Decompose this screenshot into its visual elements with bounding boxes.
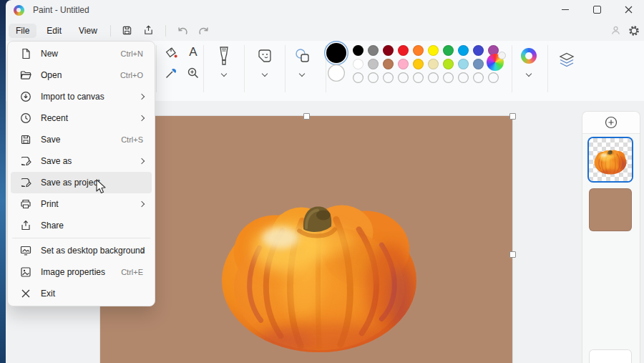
palette-empty-slot[interactable] [488,72,499,83]
brushes-chevron-down-icon[interactable] [221,71,227,77]
menu-edit[interactable]: Edit [39,24,69,38]
divider [512,45,512,92]
menu-item-new[interactable]: New Ctrl+N [11,43,152,64]
menu-item-label: Image properties [41,267,105,277]
share-button[interactable] [138,23,160,39]
save-button[interactable] [117,23,138,39]
palette-color[interactable] [473,59,484,69]
divider [156,45,157,92]
settings-gear-icon[interactable] [628,25,640,37]
menu-item-save-as-project[interactable]: Save as project [11,172,152,193]
palette-color[interactable] [413,45,424,56]
submenu-chevron-icon [139,201,145,207]
palette-empty-slot[interactable] [413,72,424,83]
undo-button[interactable] [172,23,193,39]
palette-color[interactable] [353,59,364,69]
layers-button[interactable] [557,52,576,69]
menu-item-save[interactable]: Save Ctrl+S [11,129,152,150]
copilot-chevron-down-icon[interactable] [526,71,532,77]
menu-view[interactable]: View [72,24,104,38]
copilot-button[interactable] [520,47,537,64]
brushes-button[interactable] [215,45,233,67]
shapes-icon [294,47,311,64]
palette-empty-slot[interactable] [398,72,409,83]
palette-color[interactable] [353,45,364,56]
menu-item-label: Open [41,70,62,80]
palette-empty-slot[interactable] [368,72,379,83]
layer-thumbnail-partial[interactable] [589,349,632,363]
palette-color[interactable] [368,59,379,69]
stickers-button[interactable] [255,47,274,65]
eyedropper-tool-button[interactable] [162,64,180,82]
palette-color[interactable] [368,45,379,56]
menu-item-open[interactable]: Open Ctrl+O [11,64,152,86]
palette-color[interactable] [398,59,409,69]
palette-color[interactable] [458,45,469,56]
palette-color[interactable] [428,45,439,56]
menu-item-import-to-canvas[interactable]: Import to canvas [11,86,152,107]
canvas-resize-handle-right[interactable] [509,251,516,258]
menu-item-print[interactable]: Print [11,193,152,215]
palette-color[interactable] [383,59,394,69]
minimize-button[interactable] [550,0,581,19]
add-layer-plus-icon [605,116,618,129]
sticker-icon [256,47,273,64]
palette-empty-slot[interactable] [458,72,469,83]
menu-item-share[interactable]: Share [11,215,152,236]
add-layer-button[interactable] [582,112,640,134]
menu-item-recent[interactable]: Recent [11,107,152,129]
print-icon [19,198,32,210]
menu-item-save-as[interactable]: Save as [11,150,152,172]
maximize-button[interactable] [581,0,613,19]
canvas-resize-handle-top-right[interactable] [509,113,516,120]
text-tool-icon: A [189,45,197,59]
canvas[interactable] [100,116,512,363]
palette-color[interactable] [383,45,394,56]
menu-item-image-properties[interactable]: Image properties Ctrl+E [11,261,152,283]
palette-empty-slot[interactable] [383,72,394,83]
color-wheel-button[interactable] [487,54,504,71]
palette-color[interactable] [443,45,454,56]
menu-item-label: New [41,49,58,59]
import-icon [19,90,32,103]
divider [110,25,111,37]
layer-thumbnail-background[interactable] [589,188,632,231]
menu-file[interactable]: File [9,24,36,38]
palette-empty-slot[interactable] [353,72,364,83]
secondary-color-swatch[interactable] [328,64,345,82]
fill-tool-button[interactable] [162,44,180,62]
submenu-chevron-icon [139,94,145,100]
pumpkin-layer-preview [594,145,627,175]
shapes-button[interactable] [293,47,312,65]
divider [203,45,204,92]
palette-color[interactable] [473,45,484,56]
redo-button[interactable] [193,23,215,39]
magnifier-tool-button[interactable] [185,64,202,82]
shapes-chevron-down-icon[interactable] [299,71,305,77]
text-tool-button[interactable]: A [185,44,202,61]
menu-item-label: Import to canvas [41,92,104,102]
canvas-resize-handle-top[interactable] [303,113,310,120]
menu-item-shortcut: Ctrl+S [121,135,143,144]
layers-panel [582,111,640,363]
menu-bar: File Edit View [6,20,644,41]
share-icon [143,25,154,36]
account-icon[interactable] [610,25,621,36]
menu-item-set-as-desktop-background[interactable]: Set as desktop background [11,240,152,261]
palette-empty-slot[interactable] [473,72,484,83]
divider [244,45,245,92]
menu-item-label: Save as [41,156,72,166]
palette-color[interactable] [398,45,409,56]
palette-color[interactable] [458,59,469,69]
palette-empty-slot[interactable] [428,72,439,83]
palette-empty-slot[interactable] [443,72,454,83]
close-button[interactable] [613,0,644,19]
stickers-chevron-down-icon[interactable] [262,71,268,77]
palette-color[interactable] [428,59,439,69]
layer-thumbnail-pumpkin[interactable] [589,138,632,181]
primary-color-swatch[interactable] [326,43,346,63]
palette-color[interactable] [413,59,424,69]
palette-color[interactable] [443,59,454,69]
menu-item-exit[interactable]: Exit [11,283,152,304]
menu-item-shortcut: Ctrl+E [121,268,143,276]
